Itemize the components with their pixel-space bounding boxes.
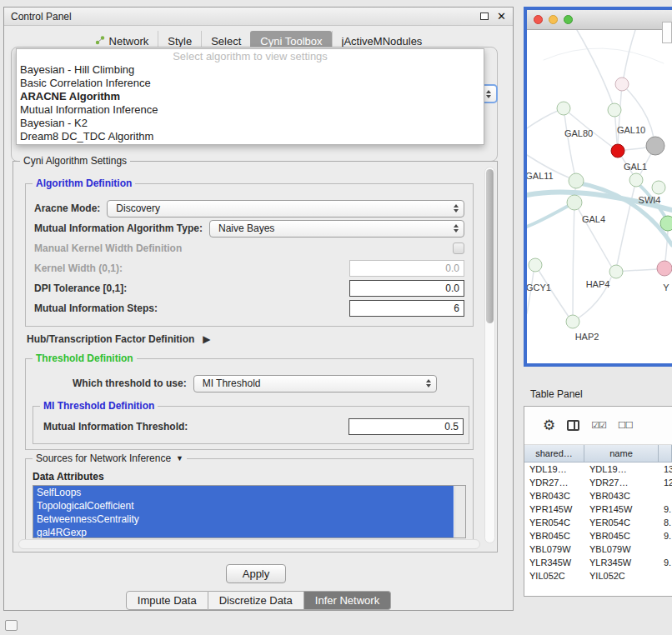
table-row[interactable]: YER054CYER054C8. xyxy=(524,516,672,529)
network-edge[interactable] xyxy=(617,180,636,265)
threshold-definition-group: Threshold Definition Which threshold to … xyxy=(25,358,474,450)
network-edge[interactable] xyxy=(574,202,612,268)
which-threshold-combo[interactable]: MI Threshold xyxy=(193,375,437,392)
network-node[interactable] xyxy=(557,102,570,115)
network-canvas[interactable]: GAL80GAL10GAL11GAL1SWI4GAL4GCY1HAP4HAP2Y xyxy=(527,30,672,363)
network-edge[interactable] xyxy=(573,202,574,315)
table-cell: YBL079W xyxy=(524,544,584,554)
attribute-item[interactable]: SelfLoops xyxy=(33,486,454,499)
select-all-checks-icon[interactable]: ☑☑ xyxy=(591,420,606,431)
dropdown-option[interactable]: Dream8 DC_TDC Algorithm xyxy=(17,130,484,143)
tab-impute-data[interactable]: Impute Data xyxy=(126,591,208,610)
settings-horizontal-scrollbar[interactable] xyxy=(18,539,480,549)
sources-group: Sources for Network Inference ▼ Data Att… xyxy=(25,458,474,545)
scrollbar-thumb[interactable] xyxy=(486,169,494,323)
network-edge[interactable] xyxy=(527,203,573,227)
network-edge[interactable] xyxy=(564,108,574,173)
aracne-mode-label: Aracne Mode: xyxy=(34,202,100,214)
column-header-shared-name[interactable]: shared… xyxy=(524,445,584,462)
network-node[interactable] xyxy=(608,103,621,117)
network-edge[interactable] xyxy=(564,108,612,147)
settings-vertical-scrollbar[interactable] xyxy=(484,167,495,543)
network-edge[interactable] xyxy=(577,30,613,104)
network-edge[interactable] xyxy=(624,148,646,150)
expand-expanded-icon[interactable]: ▼ xyxy=(176,454,183,462)
network-edge[interactable] xyxy=(544,48,664,63)
network-node[interactable] xyxy=(611,144,624,158)
network-node[interactable] xyxy=(660,216,672,231)
table-row[interactable]: YBR045CYBR045C9. xyxy=(524,529,672,542)
control-panel-titlebar[interactable]: Control Panel ✕ xyxy=(4,8,513,26)
mi-type-combo[interactable]: Naive Bayes xyxy=(209,220,464,238)
data-attributes-list[interactable]: SelfLoopsTopologicalCoefficientBetweenne… xyxy=(33,485,466,538)
table-row[interactable]: YBL079WYBL079W xyxy=(524,542,672,556)
deselect-all-checks-icon[interactable]: ☐☐ xyxy=(618,420,633,431)
network-node[interactable] xyxy=(529,258,542,272)
algorithm-dropdown-popup: Select algorithm to view settings Bayesi… xyxy=(16,48,484,145)
table-row[interactable]: YDR27…YDR27…12 xyxy=(524,476,672,489)
window-title: Control Panel xyxy=(11,11,480,22)
list-scrollbar[interactable] xyxy=(454,486,465,538)
attribute-item[interactable]: gal4RGexp xyxy=(33,526,454,538)
aracne-mode-combo[interactable]: Discovery xyxy=(107,200,464,218)
network-edge[interactable] xyxy=(527,272,534,313)
mi-threshold-field[interactable]: 0.5 xyxy=(349,418,464,435)
tab-label: Cyni Toolbox xyxy=(260,35,322,48)
node-label: GAL11 xyxy=(527,171,554,181)
network-node[interactable] xyxy=(567,195,582,210)
table-row[interactable]: YBR043CYBR043C xyxy=(524,489,672,502)
dropdown-option[interactable]: Bayesian - Hill Climbing xyxy=(17,63,484,77)
network-scrollbar-stub[interactable] xyxy=(662,22,672,43)
table-row[interactable]: YPR145WYPR145W9. xyxy=(524,502,672,516)
minimize-traffic-light-icon[interactable] xyxy=(549,15,558,24)
dropdown-option-selected[interactable]: ARACNE Algorithm xyxy=(17,90,484,103)
mi-threshold-label: Mutual Information Threshold: xyxy=(43,421,188,432)
mi-type-label: Mutual Information Algorithm Type: xyxy=(34,222,203,234)
tab-infer-network[interactable]: Infer Network xyxy=(304,591,391,610)
network-node[interactable] xyxy=(615,78,629,91)
close-traffic-light-icon[interactable] xyxy=(534,15,543,24)
column-header-extra[interactable] xyxy=(659,445,672,462)
network-edge[interactable] xyxy=(624,30,635,78)
gear-icon[interactable]: ⚙ xyxy=(543,417,555,434)
kernel-width-field[interactable]: 0.0 xyxy=(349,260,464,277)
table-row[interactable]: YLR345WYLR345W9. xyxy=(524,556,672,569)
network-node[interactable] xyxy=(657,261,672,276)
table-panel-title: Table Panel xyxy=(524,383,672,405)
zoom-traffic-light-icon[interactable] xyxy=(564,15,573,24)
mi-steps-field[interactable]: 6 xyxy=(349,300,464,317)
dropdown-option[interactable]: Bayesian - K2 xyxy=(17,117,484,130)
network-node[interactable] xyxy=(566,315,579,328)
network-node[interactable] xyxy=(646,137,664,155)
network-node[interactable] xyxy=(629,173,643,187)
column-header-name[interactable]: name xyxy=(584,445,659,462)
close-icon[interactable]: ✕ xyxy=(497,10,506,22)
dropdown-option[interactable]: Basic Correlation Inference xyxy=(17,77,484,90)
dropdown-option[interactable]: Mutual Information Inference xyxy=(17,103,484,117)
float-window-icon[interactable] xyxy=(480,12,489,20)
attribute-item[interactable]: TopologicalCoefficient xyxy=(33,499,454,512)
columns-icon[interactable] xyxy=(567,420,579,431)
tab-discretize-data[interactable]: Discretize Data xyxy=(208,591,304,610)
network-edge[interactable] xyxy=(527,111,558,128)
cyni-algorithm-settings-group: Cyni Algorithm Settings Algorithm Defini… xyxy=(13,161,498,552)
manual-kernel-checkbox[interactable] xyxy=(453,242,464,254)
network-node[interactable] xyxy=(652,181,665,194)
table-row[interactable]: YIL052CYIL052C xyxy=(524,569,672,582)
expand-collapsed-icon[interactable]: ▶ xyxy=(203,333,210,345)
hub-definition-section-header[interactable]: Hub/Transcription Factor Definition ▶ xyxy=(27,333,211,345)
tab-label: Style xyxy=(168,35,192,48)
network-node[interactable] xyxy=(609,265,623,278)
table-panel-window: ⚙ ☑☑ ☐☐ shared… name YDL19…YDL19…13YDR27… xyxy=(524,406,672,597)
dpi-tolerance-field[interactable]: 0.0 xyxy=(349,280,464,297)
network-window-titlebar[interactable] xyxy=(527,10,672,30)
panel-toggle-icon[interactable] xyxy=(5,620,18,631)
apply-button[interactable]: Apply xyxy=(226,564,286,583)
dpi-tolerance-label: DPI Tolerance [0,1]: xyxy=(34,282,127,294)
sources-section-header[interactable]: Sources for Network Inference ▼ xyxy=(33,452,187,464)
attribute-item[interactable]: BetweennessCentrality xyxy=(33,512,454,526)
table-row[interactable]: YDL19…YDL19…13 xyxy=(524,462,672,476)
network-node[interactable] xyxy=(569,173,584,188)
table-body: YDL19…YDL19…13YDR27…YDR27…12YBR043CYBR04… xyxy=(524,462,672,582)
combo-arrows-icon xyxy=(454,204,459,212)
